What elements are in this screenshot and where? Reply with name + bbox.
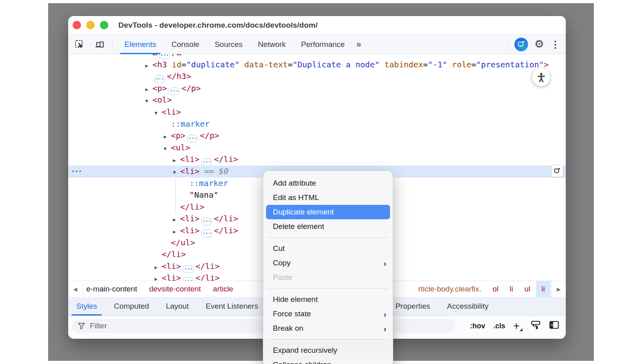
dom-token-tag: </li> [214, 214, 238, 223]
collapsed-content-ellipsis-button[interactable]: ••• [201, 230, 212, 237]
dom-token-tag: /… [172, 54, 181, 57]
collapsed-content-ellipsis-button[interactable]: ••• [201, 218, 212, 225]
menu-item-label: Collapse children [273, 360, 331, 364]
menu-item-break-on[interactable]: Break on› [263, 321, 393, 336]
dom-token-pseudo: ::marker [171, 119, 209, 129]
new-style-rule-button[interactable]: + [513, 321, 522, 332]
dom-tree-row[interactable]: ▶<h3 id="duplicate" data-text="Duplicate… [68, 59, 566, 71]
breadcrumb-item[interactable]: ul [519, 281, 536, 297]
dom-tree-row[interactable]: ▶<p>•••</p> [68, 83, 566, 95]
dom-token-tag: </p> [200, 131, 219, 140]
menu-item-cut[interactable]: Cut [263, 241, 393, 256]
breadcrumb-item[interactable]: devsite-content [149, 285, 201, 293]
dom-token-attr: data-text [240, 60, 288, 69]
more-panels-chevron-icon[interactable]: » [352, 34, 365, 54]
tab-console[interactable]: Console [164, 34, 207, 54]
menu-item-expand-recursively[interactable]: Expand recursively [263, 343, 393, 358]
menu-item-add-attribute[interactable]: Add attribute [263, 176, 393, 190]
menu-item-paste[interactable]: Paste [263, 270, 393, 285]
dock-side-icon[interactable] [549, 320, 559, 332]
expand-closed-triangle-icon[interactable]: ▶ [154, 273, 162, 281]
dom-token-punct: = [181, 60, 186, 69]
submenu-chevron-icon: › [384, 259, 386, 267]
breadcrumb-scroll-right-button[interactable]: ▶ [551, 281, 566, 297]
collapsed-content-ellipsis-button[interactable]: ••• [154, 75, 165, 83]
tab-network[interactable]: Network [250, 34, 294, 54]
dom-token-tag: <li> [162, 261, 181, 271]
toggle-element-state-button[interactable]: :hov [470, 322, 485, 330]
menu-item-copy[interactable]: Copy› [263, 256, 393, 270]
element-classes-button[interactable]: .cls [493, 322, 505, 330]
more-options-kebab-icon[interactable]: ⋮ [551, 40, 560, 49]
toolbar-divider [112, 39, 113, 50]
menu-item-duplicate-element[interactable]: Duplicate element [266, 205, 390, 219]
expand-closed-triangle-icon[interactable]: ▶ [145, 60, 152, 72]
sidebar-tab-layout[interactable]: Layout [162, 297, 193, 315]
sidebar-tab-event-listeners[interactable]: Event Listeners [201, 297, 262, 315]
dom-token-tag: </li> [180, 202, 204, 212]
menu-item-delete-element[interactable]: Delete element [263, 219, 393, 234]
expand-closed-triangle-icon[interactable]: ▶ [173, 226, 180, 238]
breadcrumb-item[interactable]: e-main-content [86, 285, 137, 293]
dom-tree-row[interactable]: ::marker [68, 118, 566, 130]
tab-elements[interactable]: Elements [117, 34, 164, 54]
expand-open-triangle-icon[interactable]: ▼ [154, 107, 162, 119]
devtools-toolbar: ElementsConsoleSourcesNetworkPerformance… [68, 34, 566, 54]
expand-closed-triangle-icon[interactable]: ▶ [164, 131, 171, 143]
breadcrumb-item[interactable]: li [504, 281, 518, 297]
inspect-element-icon[interactable] [73, 38, 86, 51]
sidebar-tab-properties[interactable]: Properties [391, 297, 434, 315]
tab-performance[interactable]: Performance [293, 34, 352, 54]
menu-item-label: Edit as HTML [273, 193, 319, 202]
menu-item-label: Break on [273, 324, 303, 333]
collapsed-content-ellipsis-button[interactable]: ••• [187, 135, 198, 142]
breadcrumb-item[interactable]: rticle-body.clearfix. [413, 281, 487, 297]
menu-item-edit-as-html[interactable]: Edit as HTML [263, 190, 393, 205]
expand-open-triangle-icon[interactable]: ▼ [173, 167, 180, 179]
breadcrumb-item[interactable]: article [213, 285, 234, 293]
collapsed-content-ellipsis-button[interactable]: ••• [183, 265, 194, 273]
dom-tree-row[interactable]: ▶<p>•••</p> [68, 130, 566, 142]
dom-token-tag: </p> [181, 83, 201, 93]
sidebar-tab-accessibility[interactable]: Accessibility [443, 297, 492, 315]
row-overflow-dots-icon[interactable]: ••• [71, 166, 82, 178]
expand-closed-triangle-icon[interactable]: ▶ [173, 155, 180, 167]
minimize-window-button[interactable] [86, 21, 95, 29]
dom-tree-row[interactable]: ▼<ul> [68, 142, 566, 154]
dom-tree-row[interactable]: …•••/… [68, 54, 566, 59]
ai-assistant-icon[interactable] [514, 38, 528, 51]
collapsed-content-ellipsis-button[interactable]: ••• [201, 158, 212, 166]
dom-tree-row[interactable]: ▼<li> [68, 106, 566, 118]
dom-tree-row[interactable]: •••</h3> [68, 71, 566, 83]
menu-item-force-state[interactable]: Force state› [263, 307, 393, 321]
sidebar-tab-computed[interactable]: Computed [110, 297, 153, 315]
collapsed-content-ellipsis-button[interactable]: ••• [183, 277, 194, 281]
ask-ai-element-button[interactable] [551, 165, 563, 177]
breadcrumb-item[interactable]: ol [487, 281, 504, 297]
dom-token-val: "Duplicate a node" [293, 60, 380, 69]
device-toolbar-icon[interactable] [93, 38, 106, 51]
accessibility-overlay-button[interactable] [532, 68, 550, 86]
dom-token-punct: = [471, 60, 476, 69]
zoom-window-button[interactable] [100, 21, 108, 29]
menu-item-hide-element[interactable]: Hide element [263, 292, 393, 307]
dom-token-tag: <li> [180, 226, 199, 235]
menu-item-label: Delete element [273, 222, 324, 231]
expand-closed-triangle-icon[interactable]: ▶ [154, 262, 162, 274]
dom-tree-row[interactable]: ▼<ol> [68, 94, 566, 106]
dom-token-attr: tabindex [380, 60, 423, 69]
menu-item-collapse-children[interactable]: Collapse children [263, 358, 393, 364]
sidebar-tab-styles[interactable]: Styles [72, 297, 101, 315]
expand-open-triangle-icon[interactable]: ▼ [145, 95, 152, 107]
collapsed-content-ellipsis-button[interactable]: ••• [169, 87, 180, 95]
breadcrumb-item-selected[interactable]: li [536, 281, 551, 297]
breadcrumb-scroll-left-button[interactable]: ◀ [68, 281, 83, 297]
dom-tree-row[interactable]: ▶<li>•••</li> [68, 154, 566, 166]
expand-open-triangle-icon[interactable]: ▼ [164, 143, 171, 155]
expand-closed-triangle-icon[interactable]: ▶ [173, 214, 180, 226]
close-window-button[interactable] [73, 21, 81, 29]
expand-closed-triangle-icon[interactable]: ▶ [145, 84, 152, 96]
settings-gear-icon[interactable]: ⚙ [534, 39, 544, 50]
tab-sources[interactable]: Sources [207, 34, 250, 54]
rendering-brush-icon[interactable] [530, 320, 541, 332]
